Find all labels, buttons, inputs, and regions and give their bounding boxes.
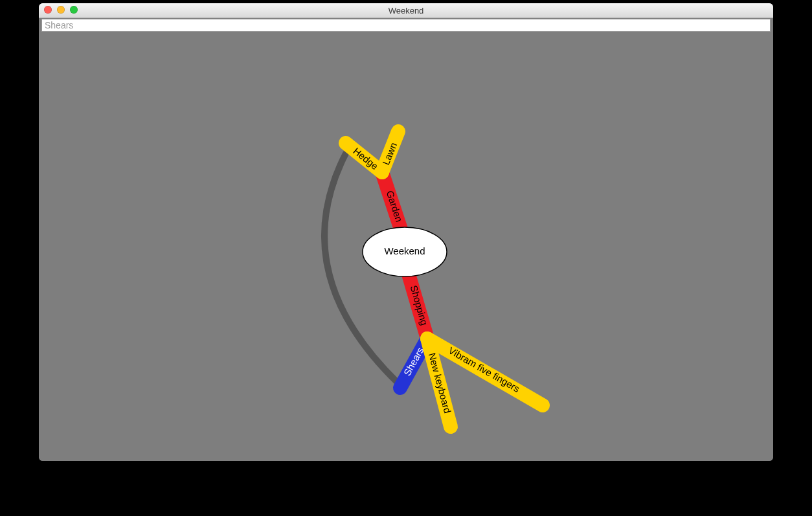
minimize-icon[interactable] xyxy=(57,6,65,14)
branch-garden[interactable]: Garden xyxy=(382,172,405,229)
root-node[interactable]: Weekend xyxy=(363,227,447,276)
titlebar[interactable]: Weekend xyxy=(39,3,773,18)
close-icon[interactable] xyxy=(44,6,52,14)
mindmap-canvas[interactable]: Garden Hedge Lawn Shopping Shears xyxy=(39,33,773,461)
search-input-value: Shears xyxy=(45,20,73,30)
branch-vibram-label: Vibram five fingers xyxy=(447,344,522,394)
search-input[interactable]: Shears xyxy=(41,19,771,32)
branch-lawn[interactable]: Lawn xyxy=(380,131,399,172)
branch-shopping[interactable]: Shopping xyxy=(409,276,431,339)
window-controls xyxy=(44,6,78,14)
app-window: Weekend Shears Garden Hedge Lawn xyxy=(39,3,773,461)
window-title: Weekend xyxy=(389,6,424,16)
root-node-label: Weekend xyxy=(384,245,425,256)
zoom-icon[interactable] xyxy=(70,6,78,14)
